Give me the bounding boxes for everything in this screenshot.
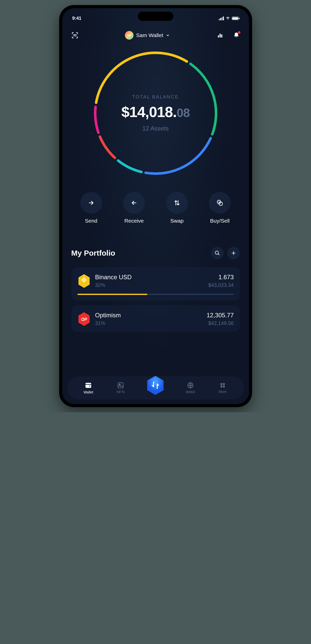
- stats-button[interactable]: [217, 32, 224, 39]
- wifi-icon: [225, 16, 230, 20]
- send-label: Send: [85, 218, 97, 224]
- asset-name: Optimism: [95, 312, 121, 319]
- wallet-selector[interactable]: SW Sam Wallet: [125, 31, 170, 40]
- nav-wallet-label: Wallet: [84, 390, 93, 394]
- svg-rect-0: [218, 35, 219, 38]
- svg-rect-16: [223, 383, 225, 385]
- phone-frame: 9:41 SW Sam W: [59, 5, 252, 407]
- status-icons: [219, 16, 239, 20]
- swap-icon: [174, 200, 180, 206]
- nav-more[interactable]: More: [214, 382, 232, 394]
- nav-center-button[interactable]: [144, 374, 167, 397]
- grid-icon: [219, 382, 226, 389]
- action-row: Send Receive Swap Buy/Sell: [62, 179, 249, 232]
- notification-badge: [238, 31, 240, 34]
- ring-segment: [190, 64, 216, 134]
- image-icon: [117, 382, 124, 389]
- asset-value: $42,149.56: [208, 320, 234, 326]
- ring-segment: [100, 137, 115, 158]
- portfolio-title: My Portfolio: [71, 249, 115, 257]
- asset-amount: 1.673: [218, 274, 234, 281]
- asset-card[interactable]: OP Optimism 31% 12,305.77 $42,149.56: [71, 305, 240, 332]
- wallet-icon: [85, 382, 92, 389]
- search-button[interactable]: [211, 247, 224, 259]
- svg-rect-2: [221, 35, 222, 38]
- buysell-label: Buy/Sell: [210, 218, 230, 224]
- bar-chart-icon: [217, 32, 223, 39]
- globe-icon: [187, 382, 194, 389]
- nav-web3[interactable]: Web3: [182, 382, 199, 394]
- balance-cents: 08: [177, 106, 190, 120]
- nav-wallet[interactable]: Wallet: [79, 382, 97, 394]
- receive-button[interactable]: Receive: [123, 192, 145, 224]
- arrow-left-icon: [131, 200, 137, 206]
- plus-icon: [231, 250, 236, 256]
- scan-icon: [71, 32, 78, 39]
- wallet-avatar: SW: [125, 31, 134, 40]
- nav-more-label: More: [219, 390, 227, 394]
- notifications-button[interactable]: [233, 32, 240, 39]
- device-notch: [138, 12, 173, 21]
- svg-rect-12: [118, 383, 123, 388]
- swap-label: Swap: [170, 218, 184, 224]
- add-button[interactable]: [227, 247, 240, 259]
- swap-button[interactable]: Swap: [166, 192, 188, 224]
- svg-point-13: [119, 384, 120, 385]
- wallet-name: Sam Wallet: [136, 32, 163, 38]
- ring-segment: [95, 107, 99, 133]
- scan-button[interactable]: [71, 32, 78, 39]
- coins-icon: [216, 199, 223, 206]
- chevron-down-icon: [166, 33, 170, 37]
- asset-value: $43,023.34: [208, 282, 234, 288]
- balance-amount: $14,018.08: [121, 103, 190, 120]
- ring-segment: [118, 161, 141, 172]
- screen: 9:41 SW Sam W: [62, 8, 249, 404]
- svg-rect-1: [219, 34, 220, 38]
- asset-name: Binance USD: [95, 274, 132, 281]
- ring-segment: [145, 138, 210, 174]
- svg-rect-15: [220, 383, 222, 385]
- signal-icon: [219, 16, 224, 20]
- hexagon-swap-icon: [144, 374, 167, 397]
- svg-rect-18: [223, 386, 225, 388]
- balance-ring: TOTAL BALANCE $14,018.08 12 Assets: [90, 47, 222, 179]
- balance-label: TOTAL BALANCE: [132, 94, 179, 100]
- search-icon: [215, 250, 220, 256]
- asset-card[interactable]: Binance USD 32% 1.673 $43,023.34: [71, 267, 240, 301]
- portfolio-section: My Portfolio Binance USD 32%: [62, 232, 249, 332]
- svg-point-11: [89, 385, 91, 387]
- receive-label: Receive: [124, 218, 144, 224]
- buysell-button[interactable]: Buy/Sell: [209, 192, 231, 224]
- bottom-nav: Wallet NFTs Web3 More: [67, 376, 244, 400]
- status-time: 9:41: [72, 16, 81, 21]
- balance-main: $14,018.: [121, 104, 177, 120]
- svg-text:OP: OP: [81, 317, 87, 322]
- arrow-right-icon: [88, 200, 94, 206]
- nav-web3-label: Web3: [186, 390, 195, 394]
- asset-icon: OP: [77, 312, 91, 326]
- app-header: SW Sam Wallet: [62, 23, 249, 45]
- nav-nfts-label: NFTs: [117, 390, 125, 394]
- send-button[interactable]: Send: [80, 192, 102, 224]
- nav-nfts[interactable]: NFTs: [112, 382, 129, 394]
- asset-percent: 31%: [95, 320, 121, 326]
- asset-icon: [77, 274, 91, 288]
- asset-percent: 32%: [95, 282, 132, 288]
- asset-amount: 12,305.77: [207, 312, 234, 319]
- asset-progress: [77, 294, 234, 295]
- battery-icon: [232, 16, 239, 20]
- svg-rect-17: [220, 386, 222, 388]
- asset-count: 12 Assets: [142, 125, 169, 132]
